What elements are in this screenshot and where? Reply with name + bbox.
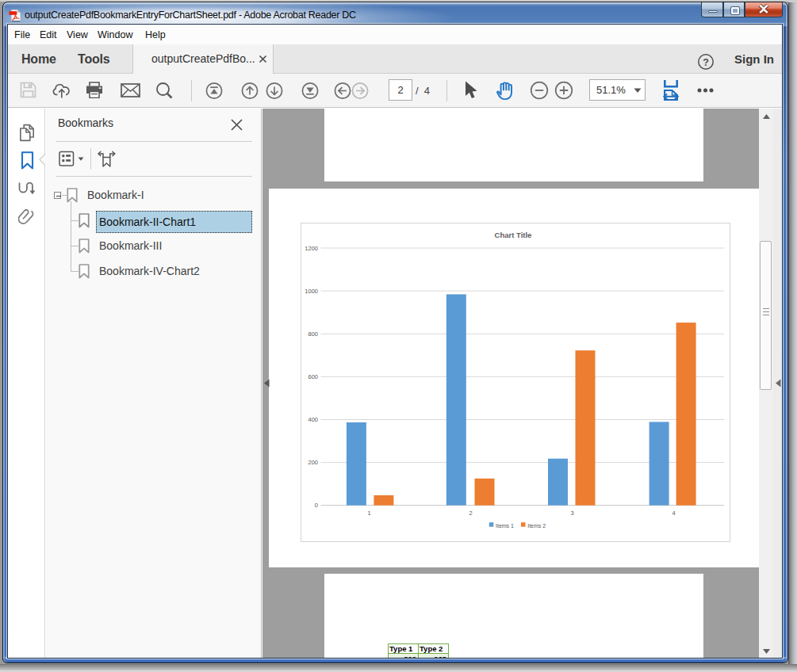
svg-text:1: 1 [367,510,370,517]
svg-text:Items 2: Items 2 [527,523,546,529]
svg-text:800: 800 [308,330,318,338]
svg-text:1000: 1000 [305,288,318,295]
svg-text:2: 2 [469,510,472,517]
svg-text:3: 3 [570,510,573,517]
svg-text:?: ? [703,57,709,68]
svg-text:4: 4 [672,510,675,517]
svg-text:Items 1: Items 1 [496,523,514,529]
svg-text:200: 200 [308,459,318,466]
svg-text:400: 400 [308,416,318,423]
svg-text:0: 0 [315,502,318,509]
svg-text:600: 600 [308,373,318,380]
svg-text:1200: 1200 [305,245,318,252]
svg-text:Chart Title: Chart Title [495,231,532,239]
